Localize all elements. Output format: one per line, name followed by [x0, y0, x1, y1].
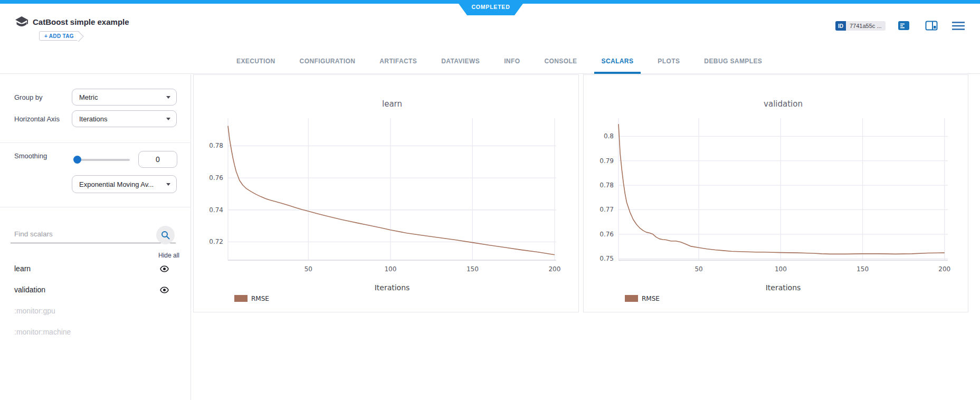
svg-text:0.76: 0.76	[600, 231, 614, 238]
svg-text:0.79: 0.79	[600, 157, 614, 165]
search-icon	[161, 231, 170, 240]
add-tag-button[interactable]: + ADD TAG	[39, 31, 79, 41]
status-label: COMPLETED	[471, 4, 510, 12]
smoothing-slider[interactable]	[74, 159, 130, 161]
svg-text:0.78: 0.78	[600, 182, 614, 189]
svg-text:0.8: 0.8	[604, 132, 614, 140]
svg-text:validation: validation	[764, 99, 803, 109]
menu-icon[interactable]	[952, 21, 965, 31]
smoothing-slider-knob[interactable]	[73, 156, 81, 164]
comments-icon[interactable]	[898, 20, 910, 32]
tab-execution[interactable]: EXECUTION	[236, 49, 275, 74]
svg-text:100: 100	[775, 265, 787, 273]
svg-text:0.78: 0.78	[209, 142, 223, 149]
id-label: ID	[835, 21, 846, 31]
hide-all-button[interactable]: Hide all	[158, 252, 179, 259]
status-ribbon: COMPLETED	[456, 0, 526, 15]
metric-name[interactable]: learn	[14, 264, 31, 273]
svg-text:0.75: 0.75	[600, 255, 614, 262]
smoothing-value-input[interactable]	[138, 151, 177, 168]
learn-chart[interactable]: learn0.720.740.760.7850100150200Iteratio…	[194, 75, 578, 312]
scalars-sidebar: Group by Metric Horizontal Axis Iteratio…	[0, 74, 191, 400]
group-by-select[interactable]: Metric	[72, 89, 177, 106]
tab-scalars[interactable]: SCALARS	[602, 49, 634, 74]
metric-row: :monitor:machine	[0, 328, 191, 344]
experiment-icon	[14, 15, 30, 32]
group-by-label: Group by	[14, 93, 42, 101]
eye-icon	[160, 265, 169, 272]
svg-text:0.76: 0.76	[209, 174, 223, 182]
metric-name: :monitor:gpu	[14, 307, 55, 315]
divider	[0, 142, 191, 143]
tab-debug-samples[interactable]: DEBUG SAMPLES	[704, 49, 762, 74]
experiment-title: CatBoost simple example	[33, 17, 129, 26]
svg-text:Iterations: Iterations	[375, 283, 410, 292]
tabs: EXECUTIONCONFIGURATIONARTIFACTSDATAVIEWS…	[236, 49, 762, 74]
chevron-down-icon	[166, 118, 170, 120]
chevron-down-icon	[166, 183, 170, 186]
tab-console[interactable]: CONSOLE	[544, 49, 577, 74]
info-panel-icon[interactable]	[925, 20, 938, 32]
svg-text:RMSE: RMSE	[251, 295, 269, 302]
svg-text:0.72: 0.72	[209, 238, 223, 245]
tab-plots[interactable]: PLOTS	[658, 49, 680, 74]
svg-text:100: 100	[384, 265, 396, 273]
tab-configuration[interactable]: CONFIGURATION	[300, 49, 356, 74]
search-button[interactable]	[156, 226, 175, 244]
svg-text:50: 50	[305, 265, 312, 273]
svg-text:150: 150	[857, 265, 869, 273]
id-value: 7741a55c ...	[846, 21, 886, 31]
metric-row: learn	[0, 264, 191, 280]
toggle-visibility-button[interactable]	[160, 265, 169, 274]
tab-dataviews[interactable]: DATAVIEWS	[441, 49, 480, 74]
metric-name[interactable]: validation	[14, 285, 45, 294]
find-scalars-input[interactable]	[14, 227, 149, 240]
horizontal-axis-select[interactable]: Iterations	[72, 110, 177, 127]
svg-text:RMSE: RMSE	[642, 295, 660, 302]
svg-text:0.77: 0.77	[600, 206, 614, 213]
metric-row: validation	[0, 285, 191, 301]
smoothing-method-select[interactable]: Exponential Moving Av...	[72, 175, 177, 193]
tab-info[interactable]: INFO	[504, 49, 520, 74]
toggle-visibility-button[interactable]	[160, 286, 169, 296]
metric-row: :monitor:gpu	[0, 307, 191, 322]
experiment-id-badge[interactable]: ID 7741a55c ...	[835, 21, 886, 31]
horizontal-axis-label: Horizontal Axis	[14, 115, 60, 123]
scalar-chart-card-validation: validation0.750.760.770.780.790.85010015…	[583, 74, 968, 312]
tab-artifacts[interactable]: ARTIFACTS	[379, 49, 417, 74]
svg-text:200: 200	[548, 265, 560, 273]
metric-name: :monitor:machine	[14, 328, 71, 336]
svg-text:200: 200	[938, 265, 950, 273]
chevron-down-icon	[166, 96, 170, 99]
divider	[0, 207, 191, 207]
svg-text:Iterations: Iterations	[766, 283, 801, 292]
svg-text:150: 150	[467, 265, 479, 273]
scalar-chart-card-learn: learn0.720.740.760.7850100150200Iteratio…	[193, 74, 579, 312]
svg-text:0.74: 0.74	[209, 206, 223, 214]
svg-text:50: 50	[694, 265, 702, 273]
tab-bar: EXECUTIONCONFIGURATIONARTIFACTSDATAVIEWS…	[0, 49, 980, 74]
validation-chart[interactable]: validation0.750.760.770.780.790.85010015…	[584, 75, 968, 312]
input-underline	[11, 243, 176, 243]
smoothing-label: Smoothing	[14, 152, 47, 160]
eye-icon	[160, 287, 169, 293]
svg-text:learn: learn	[382, 99, 402, 109]
